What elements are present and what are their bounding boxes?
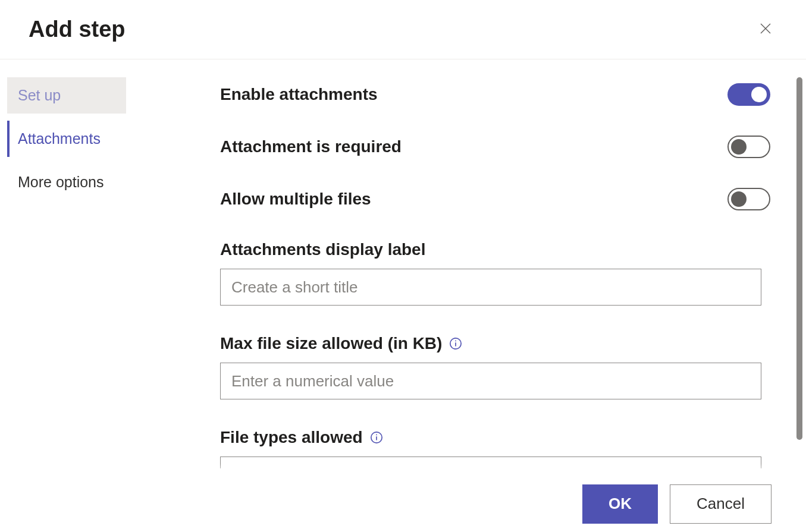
toggle-enable-attachments[interactable] bbox=[727, 83, 770, 106]
close-icon bbox=[758, 21, 773, 36]
field-file-types: File types allowed All file types bbox=[220, 428, 770, 468]
sidebar: Set up Attachments More options bbox=[0, 59, 155, 468]
display-label-input[interactable] bbox=[220, 269, 761, 306]
info-icon[interactable] bbox=[370, 431, 383, 444]
ok-button[interactable]: OK bbox=[582, 484, 658, 524]
field-display-label: Attachments display label bbox=[220, 240, 770, 306]
setting-allow-multiple: Allow multiple files bbox=[220, 188, 770, 210]
toggle-attachment-required[interactable] bbox=[727, 136, 770, 158]
sidebar-item-label: More options bbox=[18, 174, 104, 190]
sidebar-item-label: Attachments bbox=[18, 130, 101, 147]
sidebar-item-setup[interactable]: Set up bbox=[7, 77, 126, 114]
scrollbar[interactable] bbox=[796, 77, 802, 440]
field-max-size: Max file size allowed (in KB) bbox=[220, 334, 770, 399]
toggle-knob bbox=[731, 191, 747, 207]
sidebar-item-more-options[interactable]: More options bbox=[7, 164, 155, 200]
max-size-input[interactable] bbox=[220, 363, 761, 399]
close-button[interactable] bbox=[754, 17, 777, 42]
cancel-button[interactable]: Cancel bbox=[670, 484, 771, 524]
field-label: Attachments display label bbox=[220, 240, 770, 259]
field-label-text: Attachments display label bbox=[220, 240, 425, 259]
toggle-knob bbox=[731, 139, 747, 155]
setting-enable-attachments: Enable attachments bbox=[220, 83, 770, 106]
setting-attachment-required: Attachment is required bbox=[220, 136, 770, 158]
chevron-down-icon bbox=[737, 468, 750, 468]
field-label-text: Max file size allowed (in KB) bbox=[220, 334, 442, 353]
dialog-header: Add step bbox=[0, 0, 806, 59]
main-panel: Enable attachments Attachment is require… bbox=[155, 59, 806, 468]
field-label: File types allowed bbox=[220, 428, 770, 447]
toggle-knob bbox=[751, 87, 767, 102]
setting-label: Allow multiple files bbox=[220, 190, 371, 209]
field-label-text: File types allowed bbox=[220, 428, 363, 447]
dialog-footer: OK Cancel bbox=[0, 476, 806, 532]
toggle-allow-multiple[interactable] bbox=[727, 188, 770, 210]
info-icon[interactable] bbox=[449, 337, 462, 350]
setting-label: Enable attachments bbox=[220, 85, 378, 104]
svg-point-4 bbox=[455, 341, 456, 342]
sidebar-item-label: Set up bbox=[18, 87, 61, 103]
sidebar-item-attachments[interactable]: Attachments bbox=[7, 121, 155, 157]
dialog-title: Add step bbox=[29, 17, 126, 42]
svg-point-7 bbox=[376, 435, 377, 436]
setting-label: Attachment is required bbox=[220, 137, 402, 156]
field-label: Max file size allowed (in KB) bbox=[220, 334, 770, 353]
file-types-select[interactable]: All file types bbox=[220, 457, 761, 468]
